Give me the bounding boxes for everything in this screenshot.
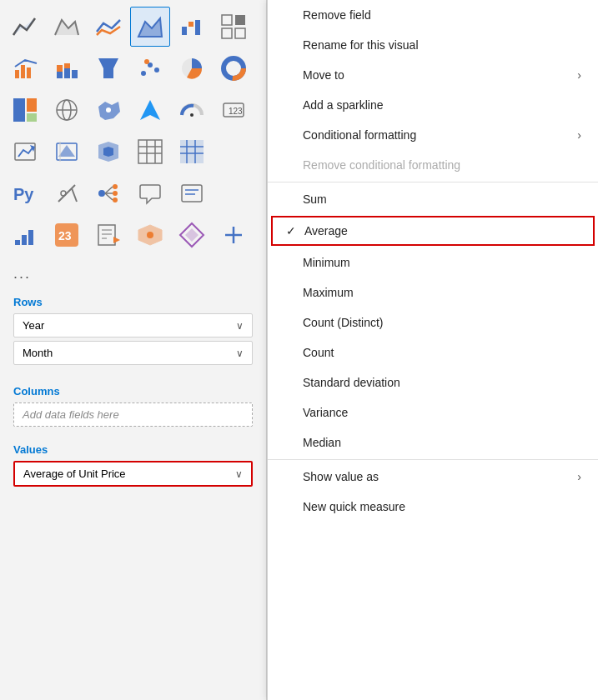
move-to-arrow-icon: › (577, 68, 581, 82)
get-more-icon[interactable] (214, 215, 254, 255)
azure-map-icon[interactable] (130, 215, 170, 255)
stacked-bar-icon[interactable] (47, 48, 87, 88)
median-item[interactable]: Median (268, 428, 598, 458)
pie-chart-icon[interactable] (172, 48, 212, 88)
combo-icon[interactable] (5, 48, 45, 88)
more-visuals-icon[interactable] (214, 7, 254, 47)
qa-icon[interactable] (130, 173, 170, 213)
left-panel: 123 Py (0, 0, 267, 700)
year-chevron-icon: ∨ (236, 320, 244, 332)
globe-icon[interactable] (47, 90, 87, 130)
minimum-item[interactable]: Minimum (268, 248, 598, 278)
svg-rect-69 (22, 235, 27, 245)
svg-marker-77 (113, 237, 120, 243)
svg-marker-0 (55, 20, 78, 35)
svg-marker-33 (140, 100, 160, 120)
svg-rect-11 (27, 68, 31, 78)
svg-marker-81 (185, 228, 198, 242)
blank-icon-3 (214, 173, 254, 213)
waterfall-icon[interactable] (172, 7, 212, 47)
slicer-icon[interactable] (88, 132, 128, 172)
svg-point-79 (147, 232, 153, 238)
svg-rect-5 (222, 15, 232, 25)
svg-rect-44 (138, 140, 162, 163)
scatter-icon[interactable] (130, 48, 170, 88)
svg-rect-13 (57, 65, 63, 72)
svg-marker-1 (138, 18, 162, 37)
matrix-icon[interactable] (172, 132, 212, 172)
add-sparkline-item[interactable]: Add a sparkline (268, 90, 598, 120)
svg-line-57 (72, 188, 77, 202)
svg-point-34 (190, 113, 193, 117)
python-visual-icon[interactable]: Py (5, 173, 45, 213)
area-chart-icon[interactable] (130, 7, 170, 47)
count-distinct-item[interactable]: Count (Distinct) (268, 308, 598, 338)
columns-label: Columns (13, 385, 253, 398)
rename-visual-item[interactable]: Rename for this visual (268, 30, 598, 60)
svg-rect-27 (27, 113, 37, 122)
variance-item[interactable]: Variance (268, 398, 598, 428)
svg-rect-12 (57, 72, 63, 78)
context-menu: Remove field Rename for this visual Move… (267, 0, 598, 700)
remove-conditional-item: Remove conditional formatting (268, 150, 598, 180)
show-value-as-item[interactable]: Show value as › (268, 462, 598, 492)
show-value-arrow-icon: › (577, 470, 581, 483)
year-field[interactable]: Year ∨ (13, 313, 253, 338)
card-icon[interactable]: 123 (214, 90, 254, 130)
svg-marker-40 (58, 145, 75, 157)
maximum-item[interactable]: Maximum (268, 278, 598, 308)
menu-separator-2 (268, 459, 598, 460)
funnel-visual-icon[interactable] (88, 48, 128, 88)
remove-field-item[interactable]: Remove field (268, 0, 598, 30)
decomp-tree-icon[interactable] (88, 173, 128, 213)
add-fields-placeholder[interactable]: Add data fields here (13, 402, 253, 427)
navigation-icon[interactable] (130, 90, 170, 130)
smart-narrative-icon[interactable] (172, 173, 212, 213)
svg-rect-7 (222, 28, 232, 38)
table-icon[interactable] (130, 132, 170, 172)
delta-icon[interactable] (47, 132, 87, 172)
svg-rect-73 (98, 225, 115, 245)
numbered-badge-icon[interactable]: 23 (47, 215, 87, 255)
svg-rect-8 (235, 28, 245, 38)
svg-rect-10 (21, 65, 25, 78)
treemap-icon[interactable] (5, 90, 45, 130)
menu-separator-1 (268, 182, 598, 182)
svg-rect-2 (182, 27, 187, 35)
unit-price-field[interactable]: Average of Unit Price ∨ (13, 461, 253, 487)
diamond-shape-icon[interactable] (172, 215, 212, 255)
r-visual-icon[interactable] (47, 173, 87, 213)
svg-line-64 (105, 193, 113, 200)
paginated-icon[interactable] (88, 215, 128, 255)
std-dev-item[interactable]: Standard deviation (268, 368, 598, 398)
mountain-chart-icon[interactable] (47, 7, 87, 47)
donut-icon[interactable] (214, 48, 254, 88)
line-chart-icon[interactable] (5, 7, 45, 47)
average-item[interactable]: ✓ Average (271, 216, 595, 246)
svg-rect-65 (182, 185, 202, 202)
month-field[interactable]: Month ∨ (13, 341, 253, 365)
svg-point-61 (113, 198, 118, 202)
move-to-item[interactable]: Move to › (268, 60, 598, 90)
svg-marker-17 (98, 58, 118, 78)
shape-map-icon[interactable] (88, 90, 128, 130)
svg-rect-3 (188, 22, 193, 27)
svg-rect-6 (235, 15, 245, 25)
svg-rect-49 (180, 140, 204, 163)
more-options-dots[interactable]: ... (0, 262, 266, 286)
sum-item[interactable]: Sum (268, 184, 598, 214)
svg-point-18 (141, 71, 146, 76)
new-quick-measure-item[interactable]: New quick measure (268, 492, 598, 522)
gauge-icon[interactable] (172, 90, 212, 130)
blank-icon-2 (214, 132, 254, 172)
multi-line-icon[interactable] (88, 7, 128, 47)
kpi-icon[interactable] (5, 132, 45, 172)
svg-point-60 (113, 191, 118, 196)
svg-point-21 (144, 59, 149, 64)
conditional-formatting-item[interactable]: Conditional formatting › (268, 120, 598, 150)
count-item[interactable]: Count (268, 338, 598, 368)
svg-text:23: 23 (58, 229, 72, 242)
values-label: Values (13, 443, 253, 456)
month-chevron-icon: ∨ (236, 348, 244, 359)
clustered-bar-icon[interactable] (5, 215, 45, 255)
